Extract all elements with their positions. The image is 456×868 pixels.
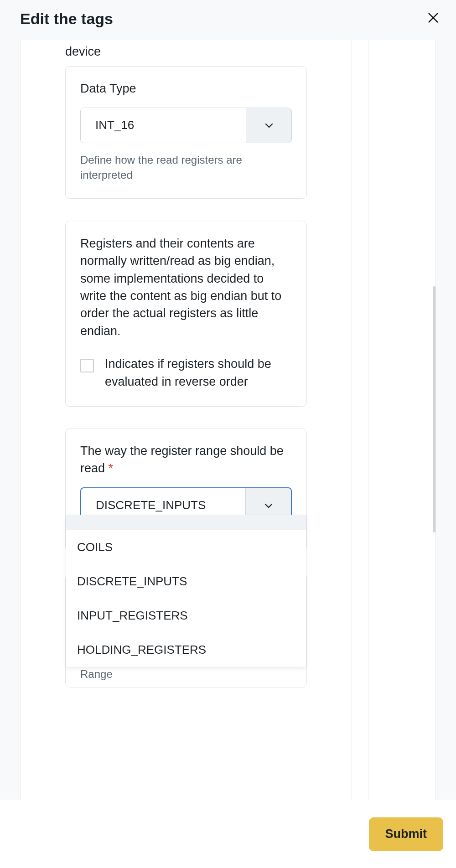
chevron-down-icon — [264, 120, 275, 131]
required-asterisk: * — [109, 461, 114, 475]
modal-footer: Submit — [0, 800, 456, 868]
dropdown-option-discrete-inputs[interactable]: DISCRETE_INPUTS — [66, 564, 306, 599]
data-type-chevron — [246, 108, 291, 143]
data-type-value: INT_16 — [81, 108, 246, 143]
close-icon — [427, 11, 440, 24]
reverse-order-label: Indicates if registers should be evaluat… — [105, 355, 292, 391]
submit-button[interactable]: Submit — [369, 817, 444, 851]
register-range-dropdown: COILS DISCRETE_INPUTS INPUT_REGISTERS HO… — [66, 515, 306, 667]
dropdown-option-input-registers[interactable]: INPUT_REGISTERS — [66, 599, 306, 633]
modal-title: Edit the tags — [20, 10, 113, 28]
dropdown-blank-option[interactable] — [66, 515, 306, 530]
endian-description: Registers and their contents are normall… — [80, 235, 292, 340]
form-content: device Data Type INT_16 Define how the r… — [21, 40, 352, 706]
truncated-label: device — [65, 40, 307, 66]
data-type-helper: Define how the read registers are interp… — [80, 152, 292, 183]
dropdown-option-coils[interactable]: COILS — [66, 530, 306, 564]
reverse-order-checkbox[interactable] — [80, 359, 94, 372]
reverse-order-checkbox-row[interactable]: Indicates if registers should be evaluat… — [80, 355, 292, 391]
form-panel: device Data Type INT_16 Define how the r… — [20, 40, 436, 806]
dropdown-option-holding-registers[interactable]: HOLDING_REGISTERS — [66, 633, 306, 667]
register-range-label: The way the register range should be rea… — [80, 443, 292, 477]
scrollbar-thumb[interactable] — [433, 286, 435, 532]
data-type-card: Data Type INT_16 Define how the read reg… — [65, 66, 307, 199]
register-range-card: The way the register range should be rea… — [65, 429, 307, 552]
chevron-down-icon — [263, 500, 274, 511]
modal-body: device Data Type INT_16 Define how the r… — [0, 40, 456, 868]
data-type-label: Data Type — [80, 80, 292, 98]
data-type-select[interactable]: INT_16 — [80, 108, 292, 143]
endian-card: Registers and their contents are normall… — [65, 221, 307, 407]
close-button[interactable] — [423, 9, 443, 28]
modal-header: Edit the tags — [0, 0, 456, 40]
